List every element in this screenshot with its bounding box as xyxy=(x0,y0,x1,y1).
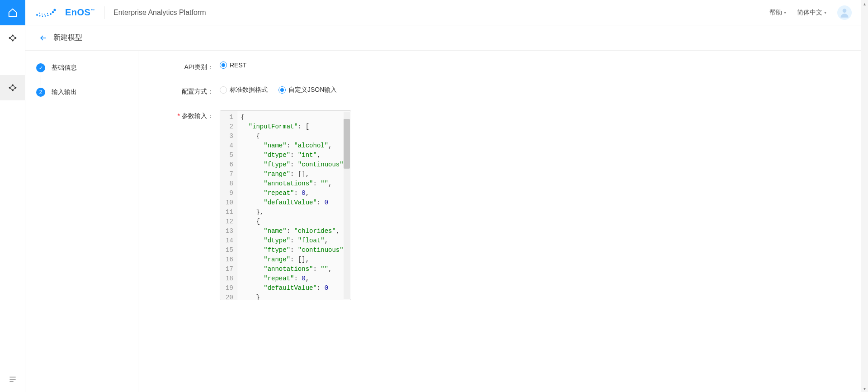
language-dropdown[interactable]: 简体中文 ▾ xyxy=(797,9,826,17)
topbar: EnOS™ Enterprise Analytics Platform 帮助 ▾… xyxy=(25,0,861,25)
form-area: API类别： REST 配置方式： xyxy=(138,51,861,392)
scroll-down-icon[interactable]: ▾ xyxy=(861,385,868,392)
radio-label: 自定义JSON输入 xyxy=(288,86,337,94)
radio-label: REST xyxy=(230,61,246,69)
chevron-down-icon: ▾ xyxy=(824,10,826,15)
radio-dot-icon xyxy=(220,86,227,94)
arrow-left-icon xyxy=(39,33,48,43)
divider xyxy=(104,6,104,19)
molecule-icon xyxy=(8,83,18,93)
svg-point-19 xyxy=(47,13,48,14)
step-connector xyxy=(41,75,41,88)
svg-point-9 xyxy=(39,15,40,16)
step-io[interactable]: 2 输入输出 xyxy=(36,88,127,97)
svg-point-11 xyxy=(45,15,46,17)
subheader: 新建模型 xyxy=(25,25,861,51)
row-param-input: *参数输入： 1234567891011121314151617181920 {… xyxy=(138,110,826,300)
rail-module-button-2[interactable] xyxy=(0,75,25,100)
radio-standard-format[interactable]: 标准数据格式 xyxy=(220,86,268,94)
brand-logo-icon xyxy=(34,8,61,18)
svg-point-20 xyxy=(843,9,847,13)
api-type-label: API类别： xyxy=(138,61,220,71)
chevron-down-icon: ▾ xyxy=(784,10,786,15)
svg-point-8 xyxy=(36,14,38,16)
page-scrollbar[interactable]: ▴ ▾ xyxy=(861,0,868,392)
rail-module-button-1[interactable] xyxy=(0,25,25,51)
editor-gutter: 1234567891011121314151617181920 xyxy=(220,111,237,300)
editor-scrollbar-thumb[interactable] xyxy=(344,119,350,169)
editor-code[interactable]: { "inputFormat": [ { "name": "alcohol", … xyxy=(237,111,351,300)
step-number-badge: 2 xyxy=(36,88,45,97)
radio-custom-json[interactable]: 自定义JSON输入 xyxy=(278,86,337,94)
scroll-up-icon[interactable]: ▴ xyxy=(861,0,868,7)
svg-point-12 xyxy=(47,14,48,16)
row-api-type: API类别： REST xyxy=(138,61,826,71)
config-mode-label: 配置方式： xyxy=(138,86,220,96)
step-label: 基础信息 xyxy=(52,64,77,72)
svg-point-15 xyxy=(53,9,56,11)
platform-name: Enterprise Analytics Platform xyxy=(113,9,206,17)
check-icon xyxy=(36,63,45,72)
row-config-mode: 配置方式： 标准数据格式 自定义JSON输入 xyxy=(138,86,826,96)
steps-sidebar: 基础信息 2 输入输出 xyxy=(25,51,138,392)
param-input-label: *参数输入： xyxy=(138,110,220,120)
step-label: 输入输出 xyxy=(52,88,77,96)
svg-point-17 xyxy=(42,13,42,14)
main-column: EnOS™ Enterprise Analytics Platform 帮助 ▾… xyxy=(25,0,861,392)
brand[interactable]: EnOS™ xyxy=(34,7,95,18)
radio-label: 标准数据格式 xyxy=(230,86,268,94)
avatar[interactable] xyxy=(837,5,852,20)
radio-dot-icon xyxy=(278,86,286,94)
svg-point-18 xyxy=(44,14,45,14)
radio-dot-icon xyxy=(220,61,227,69)
help-label: 帮助 xyxy=(769,9,782,17)
svg-point-10 xyxy=(42,15,43,17)
user-icon xyxy=(839,7,850,19)
back-button[interactable] xyxy=(39,33,48,43)
brand-text: EnOS xyxy=(65,7,90,17)
page-title: 新建模型 xyxy=(53,33,82,43)
rail-home-button[interactable] xyxy=(0,0,25,25)
language-label: 简体中文 xyxy=(797,9,822,17)
help-dropdown[interactable]: 帮助 ▾ xyxy=(769,9,786,17)
svg-point-13 xyxy=(50,13,52,15)
content: 基础信息 2 输入输出 API类别： REST xyxy=(25,51,861,392)
menu-collapse-icon xyxy=(8,375,17,384)
json-editor[interactable]: 1234567891011121314151617181920 { "input… xyxy=(220,110,351,300)
rail-collapse-button[interactable] xyxy=(0,367,25,392)
home-icon xyxy=(8,8,18,18)
radio-api-rest[interactable]: REST xyxy=(220,61,246,69)
step-basic-info[interactable]: 基础信息 xyxy=(36,63,127,72)
molecule-icon xyxy=(8,33,18,43)
svg-point-14 xyxy=(52,11,54,13)
brand-tm: ™ xyxy=(90,8,95,13)
left-rail xyxy=(0,0,25,392)
svg-point-16 xyxy=(39,12,40,13)
